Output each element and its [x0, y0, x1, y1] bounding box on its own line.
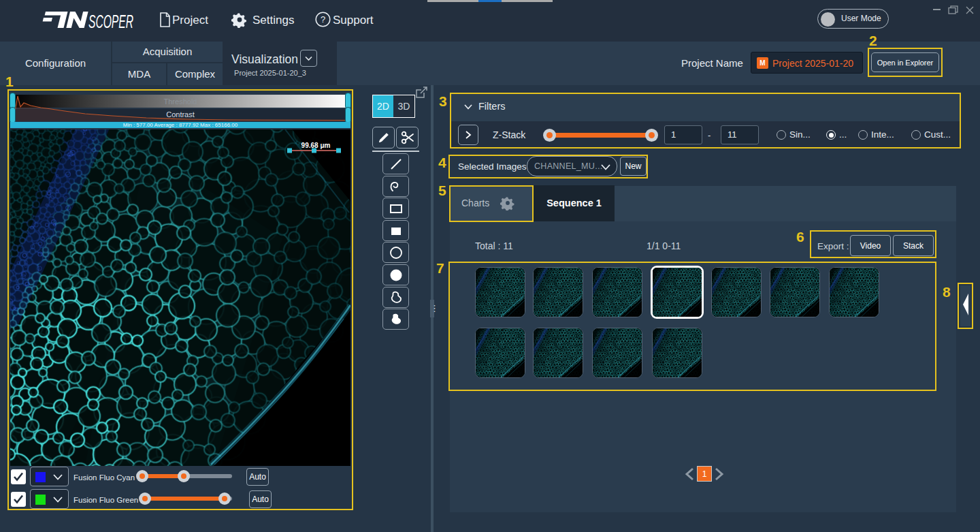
svg-text:SCOPER: SCOPER — [88, 12, 133, 31]
svg-text:?: ? — [321, 14, 325, 25]
